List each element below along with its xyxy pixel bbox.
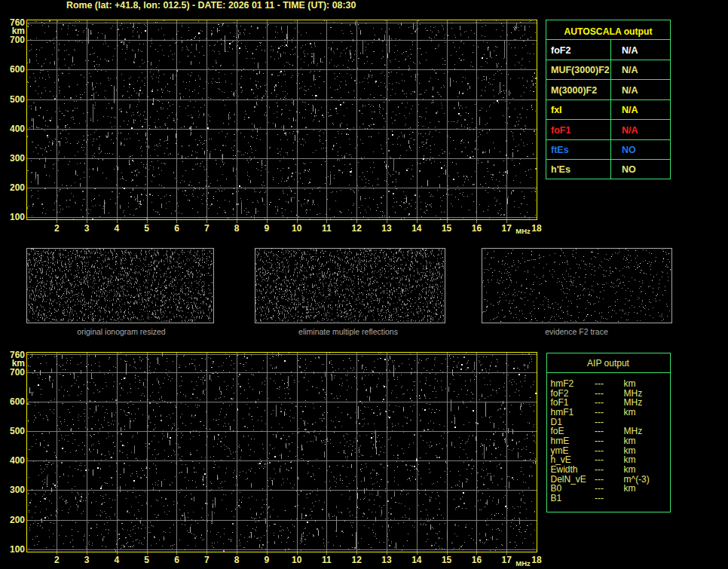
svg-text:17: 17 [502, 555, 512, 565]
svg-text:17: 17 [502, 223, 512, 234]
svg-text:km: km [624, 407, 636, 418]
svg-text:foF1: foF1 [551, 125, 570, 136]
svg-text:18: 18 [531, 555, 542, 565]
svg-text:N/A: N/A [622, 85, 638, 96]
svg-text:600: 600 [10, 64, 25, 75]
svg-text:8: 8 [234, 555, 240, 565]
svg-text:100: 100 [10, 212, 25, 222]
svg-text:eliminate multiple reflections: eliminate multiple reflections [298, 327, 398, 336]
svg-text:200: 200 [10, 515, 25, 525]
svg-text:B1: B1 [551, 493, 562, 503]
svg-text:400: 400 [10, 124, 25, 134]
svg-text:5: 5 [144, 223, 149, 234]
svg-text:9: 9 [265, 555, 270, 565]
svg-text:Rome (lat: +41.8, lon: 012.5): Rome (lat: +41.8, lon: 012.5) - DATE: 20… [66, 0, 356, 11]
svg-text:14: 14 [411, 223, 422, 234]
svg-text:fxI: fxI [551, 105, 562, 115]
svg-text:100: 100 [10, 544, 25, 555]
svg-text:km: km [624, 483, 636, 494]
svg-text:5: 5 [144, 555, 149, 565]
svg-text:600: 600 [10, 396, 25, 407]
svg-text:8: 8 [234, 223, 240, 234]
svg-text:500: 500 [10, 426, 25, 436]
svg-text:200: 200 [10, 182, 25, 193]
svg-text:MHz: MHz [515, 559, 531, 567]
svg-text:MUF(3000)F2: MUF(3000)F2 [551, 65, 610, 75]
svg-text:N/A: N/A [622, 45, 638, 56]
svg-text:11: 11 [322, 223, 332, 234]
svg-text:3: 3 [84, 223, 90, 234]
svg-text:700: 700 [10, 367, 25, 378]
svg-text:15: 15 [442, 223, 452, 234]
svg-text:AUTOSCALA output: AUTOSCALA output [564, 26, 652, 37]
svg-text:400: 400 [10, 455, 25, 466]
svg-text:N/A: N/A [622, 105, 638, 115]
svg-text:2: 2 [54, 223, 60, 234]
svg-text:700: 700 [10, 35, 25, 45]
svg-text:h'Es: h'Es [551, 164, 570, 175]
svg-text:6: 6 [174, 223, 179, 234]
svg-text:foF2: foF2 [551, 45, 570, 56]
svg-text:10: 10 [292, 223, 302, 234]
svg-text:300: 300 [10, 153, 25, 164]
svg-text:7: 7 [204, 555, 210, 565]
svg-text:ftEs: ftEs [551, 145, 569, 155]
svg-text:N/A: N/A [622, 125, 638, 136]
svg-text:13: 13 [381, 555, 392, 565]
svg-text:3: 3 [84, 555, 90, 565]
svg-text:6: 6 [174, 555, 179, 565]
svg-text:10: 10 [292, 555, 302, 565]
svg-text:MHz: MHz [515, 227, 531, 235]
svg-text:16: 16 [472, 223, 482, 234]
svg-text:7: 7 [204, 223, 210, 234]
svg-text:15: 15 [442, 555, 452, 565]
svg-text:NO: NO [622, 145, 636, 155]
svg-text:300: 300 [10, 485, 25, 495]
svg-text:13: 13 [381, 223, 392, 234]
svg-text:2: 2 [54, 555, 60, 565]
svg-text:4: 4 [115, 223, 120, 234]
svg-text:500: 500 [10, 94, 25, 105]
svg-text:14: 14 [411, 555, 422, 565]
svg-text:---: --- [595, 493, 604, 503]
svg-text:11: 11 [322, 555, 332, 565]
svg-text:12: 12 [352, 555, 362, 565]
svg-text:AIP output: AIP output [587, 358, 629, 369]
svg-text:16: 16 [472, 555, 482, 565]
svg-text:12: 12 [352, 223, 362, 234]
svg-text:N/A: N/A [622, 65, 638, 75]
svg-text:18: 18 [531, 223, 542, 234]
svg-text:NO: NO [622, 164, 636, 175]
svg-text:M(3000)F2: M(3000)F2 [551, 85, 597, 96]
svg-text:4: 4 [115, 555, 120, 565]
svg-text:evidence F2 trace: evidence F2 trace [545, 327, 608, 336]
svg-text:9: 9 [265, 223, 270, 234]
svg-text:original ionogram resized: original ionogram resized [77, 327, 165, 336]
